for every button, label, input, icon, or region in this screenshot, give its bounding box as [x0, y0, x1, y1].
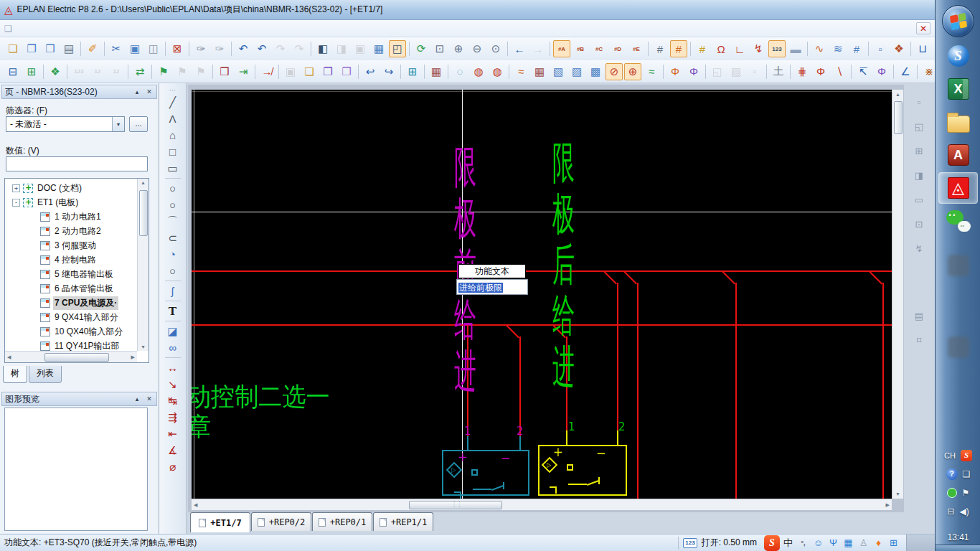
page-navigator-icon[interactable]: ⊟ — [4, 63, 22, 80]
circle-2point-icon[interactable]: ○ — [164, 197, 182, 213]
right-tool-1-icon[interactable]: ▫ — [910, 93, 928, 110]
terminal-numbering-icon[interactable]: 12 — [89, 63, 106, 80]
table-zoom-icon[interactable]: ▧ — [550, 63, 567, 80]
connection-wave-icon[interactable]: ∿ — [811, 40, 828, 57]
hyperlink-icon[interactable]: ∞ — [164, 339, 182, 356]
connection-down-icon[interactable]: ◍ — [489, 63, 506, 80]
format-brush-icon[interactable]: ✑ — [192, 40, 209, 57]
tree-item-page-4[interactable]: 4 控制电路 — [5, 253, 137, 267]
insert-report-icon[interactable]: ⇥ — [235, 63, 252, 80]
copy-doc-icon[interactable]: ▣ — [282, 63, 299, 80]
ellipse-icon[interactable]: ○ — [164, 263, 182, 279]
window-macro-icon[interactable]: ◱ — [709, 63, 726, 80]
settings-wrench-icon[interactable]: ✐ — [84, 40, 101, 57]
ruler-icon[interactable]: ▬ — [787, 40, 804, 57]
open-page-icon[interactable]: ❐ — [23, 40, 40, 57]
filter-dropdown[interactable]: - 未激活 - ▼ — [6, 116, 125, 132]
check-settings-icon[interactable]: ⚑ — [174, 63, 191, 80]
menu-project[interactable] — [18, 27, 31, 31]
sogou-logo-icon[interactable]: S — [764, 535, 780, 551]
taskbar-app-button[interactable] — [938, 331, 978, 363]
paste-icon[interactable]: ◫ — [145, 40, 162, 57]
polyline-icon[interactable]: Λ — [164, 110, 182, 127]
menu-edit[interactable] — [57, 27, 70, 31]
menu-view[interactable] — [70, 27, 83, 31]
menu-layout-space[interactable] — [44, 27, 57, 31]
text-icon[interactable]: T — [164, 303, 182, 319]
magnet-icon[interactable]: Ω — [712, 40, 730, 57]
right-tool-7-icon[interactable]: ↯ — [910, 240, 928, 257]
input-box-icon[interactable]: 123 — [768, 40, 786, 57]
right-tool-4-icon[interactable]: ◨ — [910, 166, 928, 184]
contact-nc-icon[interactable]: ⊘ — [606, 63, 623, 80]
dock-tab-list[interactable]: 列表 — [29, 366, 62, 383]
polygon-icon[interactable]: ⌂ — [164, 127, 182, 143]
menu-page[interactable] — [31, 27, 44, 31]
rectangle-icon[interactable]: □ — [164, 143, 182, 160]
ime-lang-icon[interactable]: 中 — [781, 536, 795, 550]
dock-tab-tree[interactable]: 树 — [3, 366, 27, 383]
connections-icon[interactable]: ◌ — [451, 63, 468, 80]
tree-item-page-7[interactable]: 7 CPU及电源及· — [5, 296, 137, 310]
chevron-down-icon[interactable]: ▼ — [112, 117, 124, 131]
menu-window[interactable] — [147, 27, 160, 31]
zoom-out-icon[interactable]: ⊖ — [468, 40, 486, 57]
sector-icon[interactable]: ◔ — [164, 246, 182, 263]
grid-e-icon[interactable]: #E — [628, 40, 645, 57]
child-close-icon[interactable]: ✕ — [916, 22, 930, 34]
sync-icon[interactable]: ⇄ — [131, 63, 149, 80]
coordinates-icon[interactable]: ∟ — [731, 40, 748, 57]
check-project-icon[interactable]: ⚑ — [155, 63, 172, 80]
language-indicator[interactable]: CH — [944, 451, 956, 460]
object-snap-icon[interactable]: # — [694, 40, 711, 57]
insert-parallel-icon[interactable]: ⋕ — [793, 63, 811, 80]
filter-browse-button[interactable]: ... — [129, 116, 148, 132]
taskbar-clock[interactable]: 13:41 — [936, 532, 980, 542]
grid-a-icon[interactable]: #A — [553, 40, 570, 57]
potential-2-icon[interactable]: Φ — [685, 63, 702, 80]
taskbar-eplan-button[interactable]: ◬ — [938, 172, 978, 204]
angle-icon[interactable]: ∠ — [897, 63, 914, 80]
insert-potential-icon[interactable]: Φ — [812, 63, 829, 80]
hatch-icon[interactable]: ▨ — [727, 63, 745, 80]
title-bar[interactable]: ◬ EPLAN Electric P8 2.6 - D:\Users\Publi… — [0, 0, 935, 20]
taskbar-excel-button[interactable]: X — [938, 73, 978, 105]
canvas-horizontal-scrollbar[interactable] — [192, 499, 892, 510]
taskbar-autocad-button[interactable]: A — [938, 139, 978, 171]
copy-icon[interactable]: ▣ — [126, 40, 143, 57]
undo-history-icon[interactable]: ↶ — [253, 40, 270, 57]
close-icon[interactable]: ✕ — [145, 395, 154, 402]
tree-horizontal-scrollbar[interactable] — [5, 351, 137, 362]
plugin-icon[interactable]: ❖ — [47, 63, 64, 80]
selection-icon[interactable]: ▫ — [746, 63, 763, 80]
zoom-in-icon[interactable]: ⊕ — [450, 40, 467, 57]
workbook-icon[interactable]: ◰ — [389, 40, 406, 57]
macro-box-icon[interactable]: ❖ — [890, 40, 908, 57]
stamp-icon[interactable]: 土 — [770, 63, 787, 80]
refresh-icon[interactable]: ⟳ — [413, 40, 430, 57]
grid-c-icon[interactable]: #C — [590, 40, 608, 57]
sheet-tab-rep0-2[interactable]: +REP0/2 — [251, 512, 311, 531]
ime-skin-icon[interactable]: ♦ — [872, 536, 885, 550]
right-tool-5-icon[interactable]: ▭ — [910, 191, 928, 208]
dim-linear-icon[interactable]: ↔ — [164, 359, 182, 376]
print-icon[interactable]: ▤ — [60, 40, 77, 57]
tree-item-page-11[interactable]: 11 QY41P输出部 — [5, 339, 137, 351]
springs-icon[interactable]: ≈ — [512, 63, 529, 80]
start-button[interactable] — [942, 5, 974, 37]
network-icon[interactable]: ⊟ — [947, 507, 954, 517]
snap-grid-icon[interactable]: # — [670, 40, 687, 57]
canvas-vertical-scrollbar[interactable] — [892, 90, 903, 499]
net-icon[interactable]: # — [848, 40, 865, 57]
sheet-tab-rep1-1[interactable]: +REP1/1 — [373, 512, 433, 531]
new-window-icon[interactable]: ❏ — [301, 63, 318, 80]
sheet-tab-et1-7[interactable]: +ET1/7 — [190, 512, 250, 532]
logic-snap-icon[interactable]: ↯ — [750, 40, 767, 57]
dim-radius-icon[interactable]: ⌀ — [164, 458, 182, 475]
tree-expander-icon[interactable]: + — [12, 184, 20, 192]
collapse-icon[interactable]: ▴ — [133, 395, 141, 402]
undo-icon[interactable]: ↶ — [235, 40, 252, 57]
placeholder-icon[interactable]: ▫ — [872, 40, 889, 57]
scrollbar-thumb[interactable] — [44, 353, 109, 362]
signal-icon[interactable]: ≋ — [829, 40, 847, 57]
